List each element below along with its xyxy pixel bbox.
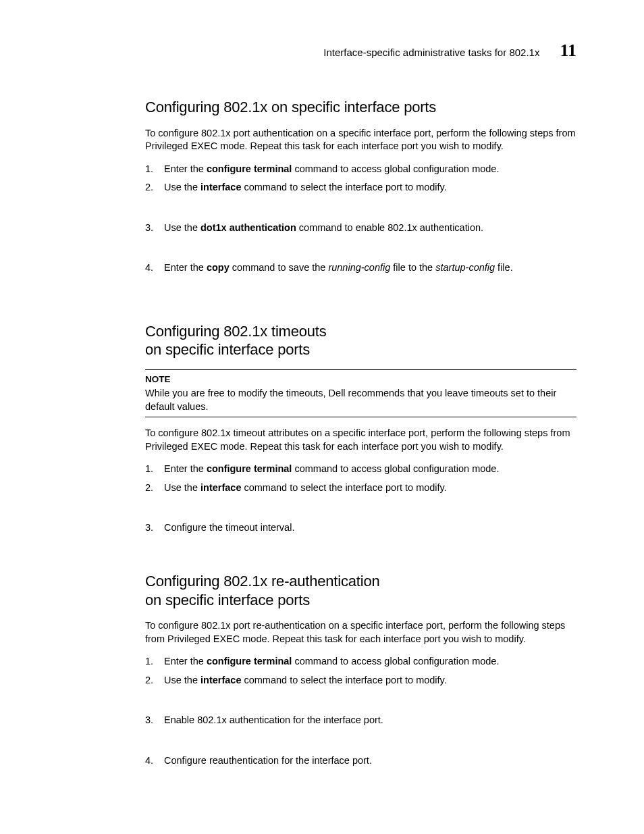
- step-item: 4. Configure reauthentication for the in…: [145, 754, 576, 768]
- step-text-pre: Enter the: [164, 163, 207, 174]
- step-number: 2.: [145, 181, 153, 194]
- step-item: 2. Use the interface command to select t…: [145, 181, 576, 194]
- section-title: Configuring 802.1x on specific interface…: [145, 98, 576, 117]
- step-text: Enable 802.1x authentication for the int…: [164, 714, 383, 725]
- step-text-post3: file.: [495, 262, 513, 273]
- step-item: 3. Enable 802.1x authentication for the …: [145, 714, 576, 727]
- step-text-post: command to access global configuration m…: [292, 463, 499, 474]
- steps-list: 1. Enter the configure terminal command …: [145, 463, 576, 535]
- step-item: 3. Configure the timeout interval.: [145, 521, 576, 535]
- intro-paragraph: To configure 802.1x port re-authenticati…: [145, 619, 576, 646]
- step-text-pre: Use the: [164, 222, 200, 233]
- step-text-pre: Enter the: [164, 262, 207, 273]
- page-header: Interface-specific administrative tasks …: [145, 41, 576, 61]
- note-block: NOTE While you are free to modify the ti…: [145, 369, 576, 417]
- note-text: While you are free to modify the timeout…: [145, 388, 556, 412]
- title-line2: on specific interface ports: [145, 592, 310, 608]
- step-text-pre: Use the: [164, 675, 200, 685]
- step-filename: startup-config: [435, 262, 495, 273]
- step-text-pre: Enter the: [164, 463, 207, 474]
- steps-list: 1. Enter the configure terminal command …: [145, 163, 576, 275]
- step-item: 1. Enter the configure terminal command …: [145, 655, 576, 669]
- intro-paragraph: To configure 802.1x timeout attributes o…: [145, 427, 576, 453]
- step-text-pre: Use the: [164, 182, 200, 192]
- intro-paragraph: To configure 802.1x port authentication …: [145, 127, 576, 153]
- page-container: Interface-specific administrative tasks …: [0, 0, 644, 767]
- step-text: Configure reauthentication for the inter…: [164, 755, 372, 766]
- step-number: 1.: [145, 163, 153, 176]
- step-number: 2.: [145, 481, 153, 495]
- step-text: Configure the timeout interval.: [164, 522, 294, 533]
- step-text-post: command to select the interface port to …: [241, 482, 446, 493]
- step-item: 1. Enter the configure terminal command …: [145, 163, 576, 176]
- content-area: Configuring 802.1x on specific interface…: [145, 98, 576, 767]
- step-text-post: command to enable 802.1x authentication.: [296, 222, 483, 233]
- steps-list: 1. Enter the configure terminal command …: [145, 655, 576, 767]
- running-title: Interface-specific administrative tasks …: [323, 47, 539, 58]
- step-text-post: command to access global configuration m…: [292, 163, 499, 174]
- step-number: 3.: [145, 714, 153, 727]
- step-item: 2. Use the interface command to select t…: [145, 674, 576, 687]
- section-title: Configuring 802.1x re-authentication on …: [145, 572, 576, 609]
- step-command: copy: [207, 262, 230, 273]
- step-number: 1.: [145, 655, 153, 669]
- step-number: 3.: [145, 221, 153, 235]
- section-configuring-timeouts: Configuring 802.1x timeouts on specific …: [145, 322, 576, 535]
- step-command: dot1x authentication: [200, 222, 296, 233]
- title-line1: Configuring 802.1x re-authentication: [145, 573, 379, 590]
- section-configuring-reauth: Configuring 802.1x re-authentication on …: [145, 572, 576, 767]
- note-label: NOTE: [145, 373, 576, 386]
- step-number: 4.: [145, 261, 153, 275]
- section-configuring-ports: Configuring 802.1x on specific interface…: [145, 98, 576, 275]
- step-number: 4.: [145, 754, 153, 768]
- step-item: 4. Enter the copy command to save the ru…: [145, 261, 576, 275]
- chapter-number: 11: [560, 41, 576, 61]
- title-line1: Configuring 802.1x timeouts: [145, 323, 327, 340]
- step-command: configure terminal: [207, 163, 292, 174]
- step-item: 3. Use the dot1x authentication command …: [145, 221, 576, 235]
- step-command: interface: [200, 482, 241, 493]
- step-text-pre: Enter the: [164, 656, 207, 667]
- step-number: 1.: [145, 463, 153, 476]
- step-text-post: command to select the interface port to …: [241, 182, 446, 192]
- section-title: Configuring 802.1x timeouts on specific …: [145, 322, 576, 359]
- step-command: configure terminal: [207, 656, 292, 667]
- step-command: configure terminal: [207, 463, 292, 474]
- step-text-post: command to access global configuration m…: [292, 656, 499, 667]
- step-text-post1: command to save the: [230, 262, 329, 273]
- title-line2: on specific interface ports: [145, 341, 310, 358]
- step-command: interface: [200, 182, 241, 192]
- step-item: 1. Enter the configure terminal command …: [145, 463, 576, 476]
- step-item: 2. Use the interface command to select t…: [145, 481, 576, 495]
- step-text-pre: Use the: [164, 482, 200, 493]
- step-number: 3.: [145, 521, 153, 535]
- step-command: interface: [200, 675, 241, 685]
- step-filename: running-config: [328, 262, 390, 273]
- step-text-post: command to select the interface port to …: [241, 675, 446, 685]
- step-text-post2: file to the: [390, 262, 435, 273]
- step-number: 2.: [145, 674, 153, 687]
